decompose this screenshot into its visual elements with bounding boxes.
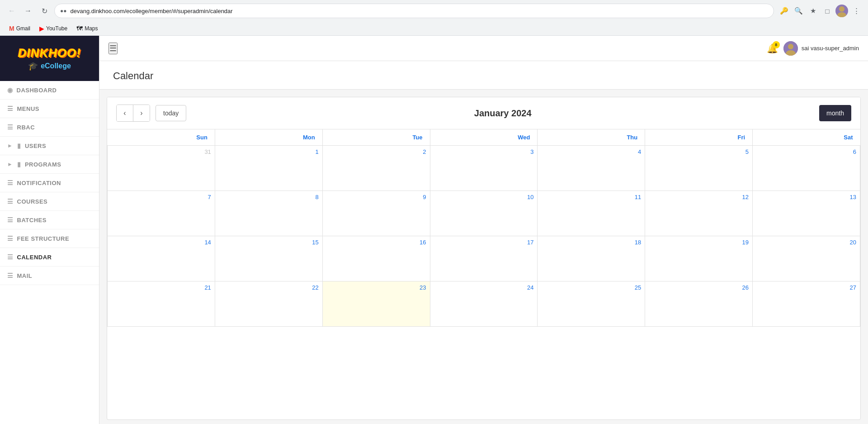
batches-icon: ☰: [7, 216, 14, 224]
day-number[interactable]: 19: [649, 239, 749, 246]
day-number[interactable]: 11: [541, 194, 641, 200]
calendar-day-cell[interactable]: 3: [430, 146, 538, 191]
day-number[interactable]: 9: [326, 194, 426, 200]
day-number[interactable]: 17: [434, 239, 534, 246]
day-number[interactable]: 6: [756, 148, 856, 155]
calendar-day-cell[interactable]: 7: [108, 191, 215, 236]
calendar-today-button[interactable]: today: [156, 105, 186, 121]
search-button[interactable]: 🔍: [792, 5, 805, 17]
sidebar-item-programs[interactable]: ► ▮ PROGRAMS: [0, 155, 99, 174]
calendar-day-cell[interactable]: 17: [430, 236, 538, 281]
calendar-nav-group: ‹ ›: [116, 105, 150, 122]
day-number[interactable]: 5: [649, 148, 749, 155]
calendar-day-cell[interactable]: 19: [645, 236, 753, 281]
address-bar[interactable]: ●● devang.dinkhoo.com/ecollege/member/#/…: [54, 4, 774, 18]
main-content: Calendar ‹ › today January 2024 month: [99, 61, 868, 424]
user-info[interactable]: sai vasu-super_admin: [783, 41, 859, 56]
calendar-prev-button[interactable]: ‹: [117, 105, 133, 121]
menus-icon: ☰: [7, 105, 14, 112]
day-number[interactable]: 16: [326, 239, 426, 246]
day-number[interactable]: 13: [756, 194, 856, 200]
sidebar-item-batches[interactable]: ☰ BATCHES: [0, 211, 99, 229]
col-mon: Mon: [215, 129, 322, 146]
notification-bell[interactable]: 🔔 8: [767, 43, 778, 54]
day-number[interactable]: 21: [111, 284, 211, 291]
day-number[interactable]: 27: [756, 284, 856, 291]
calendar-day-cell[interactable]: 22: [215, 281, 322, 327]
day-number[interactable]: 22: [219, 284, 319, 291]
bookmark-button[interactable]: ★: [807, 5, 819, 17]
sidebar-item-users[interactable]: ► ▮ USERS: [0, 137, 99, 155]
calendar-day-cell[interactable]: 27: [753, 281, 860, 327]
day-number[interactable]: 31: [111, 148, 211, 155]
calendar-day-cell[interactable]: 31: [108, 146, 215, 191]
day-number[interactable]: 8: [219, 194, 319, 200]
calendar-day-cell[interactable]: 1: [215, 146, 322, 191]
calendar-day-cell[interactable]: 25: [538, 281, 645, 327]
day-number[interactable]: 20: [756, 239, 856, 246]
calendar-day-cell[interactable]: 13: [753, 191, 860, 236]
key-icon-button[interactable]: 🔑: [778, 5, 790, 17]
calendar-day-cell[interactable]: 24: [430, 281, 538, 327]
sidebar-item-notification[interactable]: ☰ NOTIFICATION: [0, 174, 99, 192]
sidebar-item-fee-structure[interactable]: ☰ FEE STRUCTURE: [0, 229, 99, 248]
calendar-day-cell[interactable]: 2: [322, 146, 430, 191]
calendar-next-button[interactable]: ›: [133, 105, 150, 121]
svg-point-3: [788, 44, 793, 49]
sidebar-item-courses[interactable]: ☰ COURSES: [0, 192, 99, 211]
sidebar: DINKHOO! 🎓 eCollege ◉ Dashboard ☰ Menus …: [0, 36, 99, 424]
day-number[interactable]: 7: [111, 194, 211, 200]
calendar-day-cell[interactable]: 12: [645, 191, 753, 236]
day-number[interactable]: 24: [434, 284, 534, 291]
calendar-day-cell[interactable]: 20: [753, 236, 860, 281]
day-number[interactable]: 12: [649, 194, 749, 200]
calendar-day-cell[interactable]: 14: [108, 236, 215, 281]
calendar-month-title: January 2024: [192, 108, 814, 119]
calendar-day-cell[interactable]: 6: [753, 146, 860, 191]
sidebar-item-dashboard[interactable]: ◉ Dashboard: [0, 81, 99, 100]
calendar-week-row: 14151617181920: [108, 236, 860, 281]
calendar-day-cell[interactable]: 10: [430, 191, 538, 236]
calendar-day-cell[interactable]: 23: [322, 281, 430, 327]
dashboard-icon: ◉: [7, 86, 13, 94]
sidebar-item-menus[interactable]: ☰ Menus: [0, 100, 99, 118]
reload-button[interactable]: ↻: [38, 5, 51, 17]
calendar-day-cell[interactable]: 4: [538, 146, 645, 191]
calendar-day-cell[interactable]: 26: [645, 281, 753, 327]
day-number[interactable]: 14: [111, 239, 211, 246]
sidebar-item-rbac[interactable]: ☰ RBAC: [0, 118, 99, 137]
youtube-bookmark[interactable]: ▶ YouTube: [36, 24, 71, 33]
day-number[interactable]: 10: [434, 194, 534, 200]
calendar-day-cell[interactable]: 8: [215, 191, 322, 236]
calendar-week-row: 21222324252627: [108, 281, 860, 327]
sidebar-item-calendar[interactable]: ☰ CALENDAR: [0, 248, 99, 267]
day-number[interactable]: 2: [326, 148, 426, 155]
day-number[interactable]: 26: [649, 284, 749, 291]
calendar-day-cell[interactable]: 15: [215, 236, 322, 281]
menu-dots-button[interactable]: ⋮: [850, 5, 863, 17]
day-number[interactable]: 4: [541, 148, 641, 155]
calendar-day-cell[interactable]: 11: [538, 191, 645, 236]
hamburger-button[interactable]: ☰: [108, 43, 118, 54]
page-header: Calendar: [99, 61, 868, 90]
calendar-day-cell[interactable]: 5: [645, 146, 753, 191]
sidebar-item-label: NOTIFICATION: [17, 180, 61, 186]
extension-button[interactable]: □: [821, 5, 834, 17]
sidebar-item-mail[interactable]: ☰ MAIL: [0, 267, 99, 285]
maps-bookmark[interactable]: 🗺 Maps: [73, 24, 101, 33]
forward-button[interactable]: →: [22, 5, 34, 17]
day-number[interactable]: 3: [434, 148, 534, 155]
profile-button[interactable]: [835, 5, 848, 17]
day-number[interactable]: 23: [326, 284, 426, 291]
day-number[interactable]: 1: [219, 148, 319, 155]
day-number[interactable]: 18: [541, 239, 641, 246]
calendar-month-view-button[interactable]: month: [819, 105, 851, 121]
calendar-day-cell[interactable]: 16: [322, 236, 430, 281]
back-button[interactable]: ←: [5, 5, 18, 17]
calendar-day-cell[interactable]: 21: [108, 281, 215, 327]
calendar-day-cell[interactable]: 18: [538, 236, 645, 281]
day-number[interactable]: 15: [219, 239, 319, 246]
calendar-day-cell[interactable]: 9: [322, 191, 430, 236]
gmail-bookmark[interactable]: M Gmail: [5, 24, 34, 33]
day-number[interactable]: 25: [541, 284, 641, 291]
